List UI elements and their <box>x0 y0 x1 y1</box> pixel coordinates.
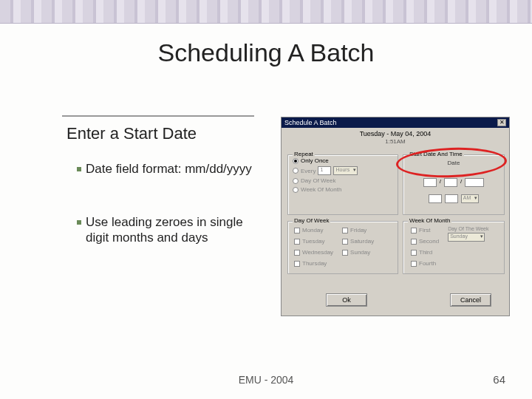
week-of-month-fieldset: Week Of Month First Second Third Fourth … <box>403 221 505 274</box>
ok-button[interactable]: Ok <box>326 293 367 307</box>
cancel-button[interactable]: Cancel <box>450 293 491 307</box>
date-input-row: / / <box>403 178 504 187</box>
date-day-input[interactable] <box>444 178 457 187</box>
bullet-text: Date field format: mm/dd/yyyy <box>86 161 256 177</box>
dialog-title-text: Schedule A Batch <box>284 119 337 126</box>
wom-first[interactable]: First <box>411 227 439 233</box>
wom-label: Third <box>419 249 432 256</box>
ampm-select[interactable]: AM <box>461 194 480 203</box>
checkbox-icon <box>294 239 300 245</box>
radio-icon <box>293 168 299 174</box>
slide-title: Scheduling A Batch <box>0 38 532 67</box>
wom-day-select[interactable]: Sunday <box>448 233 485 242</box>
dow-wednesday[interactable]: Wednesday <box>294 249 333 256</box>
wom-legend: Week Of Month <box>408 217 451 224</box>
dow-thursday[interactable]: Thursday <box>294 260 333 267</box>
wom-label: First <box>419 227 431 233</box>
dow-label: Sunday <box>350 249 370 256</box>
bullet-item: Use leading zeroes in single digit month… <box>86 214 256 246</box>
dialog-current-time: 1:51AM <box>282 138 509 146</box>
wom-label: Second <box>419 238 439 245</box>
checkbox-icon <box>294 228 300 233</box>
date-sep: / <box>460 178 462 187</box>
date-label: Date <box>403 160 504 166</box>
checkbox-icon <box>294 250 300 256</box>
radio-every[interactable]: Every 1 Hours <box>293 166 393 175</box>
dow-friday[interactable]: Friday <box>342 227 374 233</box>
dialog-titlebar: Schedule A Batch ✕ <box>282 117 509 128</box>
repeat-fieldset: Repeat Only Once Every 1 Hours Day Of We… <box>287 154 398 215</box>
close-icon[interactable]: ✕ <box>497 119 506 126</box>
radio-week-of-month[interactable]: Week Of Month <box>293 186 393 193</box>
wom-third[interactable]: Third <box>411 249 439 256</box>
dow-label: Friday <box>350 227 366 233</box>
radio-label: Only Once <box>301 157 329 164</box>
radio-icon <box>293 178 299 184</box>
page-number: 64 <box>493 373 505 386</box>
checkbox-icon <box>294 261 300 267</box>
slide-top-border <box>0 0 532 24</box>
dow-label: Wednesday <box>302 249 333 256</box>
radio-label: Every <box>301 168 316 174</box>
wom-day-label: Day Of The Week <box>448 226 501 231</box>
bullet-text: Use leading zeroes in single digit month… <box>86 214 256 246</box>
checkbox-icon <box>342 228 348 233</box>
radio-day-of-week[interactable]: Day Of Week <box>293 177 393 184</box>
radio-only-once[interactable]: Only Once <box>293 157 393 164</box>
time-min-input[interactable] <box>445 194 458 203</box>
bullet-icon <box>77 220 81 225</box>
start-date-fieldset: Start Date And Time Date / / AM <box>403 154 505 215</box>
wom-second[interactable]: Second <box>411 238 439 245</box>
checkbox-icon <box>411 261 417 267</box>
dow-saturday[interactable]: Saturday <box>342 238 374 245</box>
wom-fourth[interactable]: Fourth <box>411 260 439 267</box>
day-of-week-fieldset: Day Of Week Monday Tuesday Wednesday Thu… <box>287 221 398 274</box>
dow-monday[interactable]: Monday <box>294 227 333 233</box>
radio-label: Day Of Week <box>301 177 335 184</box>
divider <box>62 115 254 117</box>
repeat-legend: Repeat <box>293 151 315 157</box>
schedule-batch-dialog: Schedule A Batch ✕ Tuesday - May 04, 200… <box>281 117 510 316</box>
dow-label: Monday <box>302 227 323 233</box>
dow-label: Thursday <box>302 260 327 267</box>
wom-label: Fourth <box>419 260 436 267</box>
slide-subtitle: Enter a Start Date <box>66 124 197 143</box>
every-unit-select[interactable]: Hours <box>333 166 358 175</box>
checkbox-icon <box>411 250 417 256</box>
checkbox-icon <box>342 250 348 256</box>
checkbox-icon <box>411 228 417 233</box>
checkbox-icon <box>411 239 417 245</box>
dow-legend: Day Of Week <box>293 217 330 224</box>
bullet-item: Date field format: mm/dd/yyyy <box>86 161 256 177</box>
dow-label: Saturday <box>350 238 374 245</box>
radio-icon <box>293 187 299 193</box>
dialog-current-date: Tuesday - May 04, 2004 <box>282 128 509 138</box>
date-month-input[interactable] <box>423 178 437 187</box>
every-count-input[interactable]: 1 <box>318 166 331 175</box>
radio-label: Week Of Month <box>301 186 341 193</box>
footer-text: EMU - 2004 <box>0 374 532 386</box>
date-year-input[interactable] <box>465 178 484 187</box>
checkbox-icon <box>342 239 348 245</box>
date-sep: / <box>440 178 441 187</box>
dow-label: Tuesday <box>302 238 324 245</box>
bullet-icon <box>77 167 81 171</box>
time-hour-input[interactable] <box>429 194 442 203</box>
time-input-row: AM <box>403 194 504 203</box>
radio-icon <box>293 158 299 164</box>
dow-tuesday[interactable]: Tuesday <box>294 238 333 245</box>
dow-sunday[interactable]: Sunday <box>342 249 374 256</box>
start-legend: Start Date And Time <box>408 151 464 157</box>
